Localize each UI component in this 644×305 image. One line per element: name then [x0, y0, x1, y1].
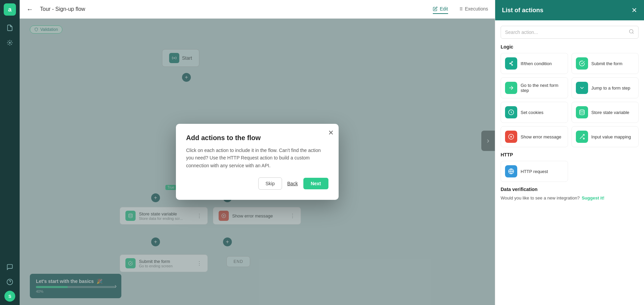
suggest-link[interactable]: Suggest it! — [582, 195, 604, 201]
jump-step-icon — [576, 82, 588, 94]
sidebar-help-icon[interactable] — [4, 276, 16, 288]
store-state-panel-icon — [576, 106, 588, 118]
svg-point-18 — [512, 64, 513, 65]
sidebar-item-document[interactable] — [4, 22, 16, 34]
skip-button[interactable]: Skip — [258, 177, 282, 190]
action-go-next-step[interactable]: Go to the next form step — [501, 77, 568, 98]
submit-form-panel-label: Submit the form — [591, 61, 623, 66]
action-if-then[interactable]: If/then condition — [501, 53, 568, 74]
show-error-panel-icon — [505, 131, 517, 143]
action-http-request[interactable]: HTTP request — [501, 161, 568, 182]
store-state-panel-label: Store state variable — [591, 110, 629, 115]
panel-close-button[interactable]: ✕ — [631, 6, 637, 14]
panel-title: List of actions — [502, 7, 543, 14]
action-show-error[interactable]: Show error message — [501, 126, 568, 147]
modal: ✕ Add actions to the flow Click on each … — [176, 124, 339, 200]
action-input-value[interactable]: Input value mapping — [571, 126, 639, 147]
tab-executions[interactable]: Executions — [458, 4, 488, 14]
suggest-row: Would you like to see a new integration?… — [501, 195, 639, 201]
http-actions-grid: HTTP request — [501, 161, 639, 182]
action-store-state[interactable]: Store state variable — [571, 102, 639, 123]
panel-header: List of actions ✕ — [495, 0, 644, 20]
back-button-modal[interactable]: Back — [287, 181, 298, 186]
canvas: Validation Start + True False + + Store … — [20, 19, 495, 305]
search-input[interactable] — [505, 30, 626, 35]
modal-close-button[interactable]: ✕ — [328, 129, 334, 137]
tab-edit-label: Edit — [440, 6, 448, 12]
if-then-icon — [505, 57, 517, 70]
modal-overlay: ✕ Add actions to the flow Click on each … — [20, 19, 495, 305]
show-error-panel-label: Show error message — [521, 134, 561, 139]
tab-edit[interactable]: Edit — [433, 4, 448, 14]
search-icon — [629, 29, 634, 36]
main-area: ← Tour - Sign-up flow Edit Executions Va… — [20, 0, 495, 305]
sidebar-avatar[interactable]: S — [4, 291, 15, 302]
back-button[interactable]: ← — [26, 5, 33, 13]
svg-point-0 — [9, 42, 10, 43]
topbar: ← Tour - Sign-up flow Edit Executions — [20, 0, 495, 19]
topbar-tabs: Edit Executions — [433, 4, 488, 14]
svg-point-21 — [580, 110, 584, 112]
input-value-icon — [576, 131, 588, 143]
modal-text: Click on each action to include it in th… — [186, 147, 328, 169]
tab-executions-label: Executions — [465, 6, 488, 12]
section-data-verification-label: Data verification — [501, 187, 639, 192]
http-request-label: HTTP request — [521, 169, 548, 174]
set-cookies-label: Set cookies — [521, 110, 543, 115]
input-value-label: Input value mapping — [591, 134, 631, 139]
svg-line-15 — [632, 33, 633, 34]
if-then-label: If/then condition — [521, 61, 552, 66]
svg-point-14 — [629, 30, 633, 33]
submit-form-panel-icon — [576, 57, 588, 70]
sidebar: a S — [0, 0, 20, 305]
next-button[interactable]: Next — [303, 178, 328, 189]
logic-actions-grid: If/then condition Submit the form Go to … — [501, 53, 639, 147]
go-next-icon — [505, 82, 517, 94]
action-submit-form[interactable]: Submit the form — [571, 53, 639, 74]
go-next-label: Go to the next form step — [521, 83, 564, 93]
section-logic-label: Logic — [501, 44, 639, 50]
http-request-icon — [505, 165, 517, 177]
panel-body: Logic If/then condition Submit the form … — [495, 20, 644, 305]
right-panel: List of actions ✕ Logic If/then conditio… — [495, 0, 644, 305]
sidebar-logo[interactable]: a — [4, 3, 16, 16]
search-bar — [501, 26, 639, 39]
sidebar-bottom: S — [4, 261, 16, 302]
suggest-text: Would you like to see a new integration? — [501, 195, 580, 201]
sidebar-chat-icon[interactable] — [4, 261, 16, 273]
action-jump-step[interactable]: Jump to a form step — [571, 77, 639, 98]
action-set-cookies[interactable]: Set cookies — [501, 102, 568, 123]
svg-point-17 — [512, 61, 513, 62]
jump-step-label: Jump to a form step — [591, 85, 630, 91]
modal-title: Add actions to the flow — [186, 134, 328, 142]
page-title: Tour - Sign-up flow — [40, 6, 85, 12]
section-http-label: HTTP — [501, 152, 639, 157]
modal-actions: Skip Back Next — [186, 177, 328, 190]
set-cookies-icon — [505, 106, 517, 118]
svg-point-16 — [510, 63, 511, 64]
sidebar-item-flow[interactable] — [4, 37, 16, 49]
